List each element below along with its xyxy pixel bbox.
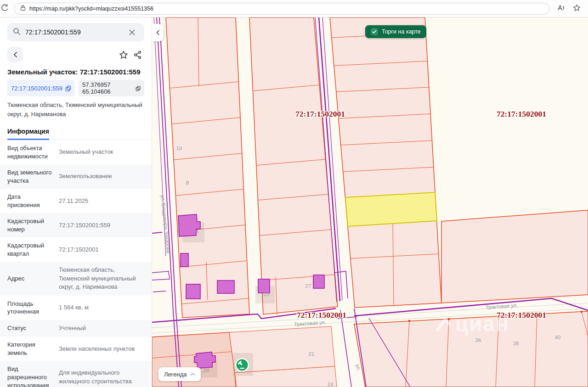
building <box>181 253 188 267</box>
cadastral-number-text: 72:17:1502001:559 <box>11 85 62 92</box>
torgi-na-karte-button[interactable]: Торги на карте <box>365 25 426 38</box>
copy-icon[interactable] <box>65 85 71 91</box>
parcel-number-label: 28 <box>204 368 209 373</box>
share-button[interactable] <box>130 48 144 62</box>
table-row: Статус Учтенный <box>0 320 152 337</box>
table-row: Адрес Тюменская область, Тюменский муниц… <box>0 262 152 295</box>
parcel-number-label: 23 <box>264 292 270 297</box>
coordinates-chip[interactable]: 57.376957 65.104606 <box>79 80 144 96</box>
refresh-icon[interactable] <box>0 4 9 14</box>
search-bar[interactable] <box>7 23 144 41</box>
cadastral-number-chip[interactable]: 72:17:1502001:559 <box>7 80 75 96</box>
legend-button[interactable]: Легенда <box>158 367 201 381</box>
search-input[interactable] <box>25 28 120 36</box>
tab-bar: Информация <box>0 124 152 140</box>
table-row: Кадастровый квартал 72:17:1502001 <box>0 237 152 262</box>
browser-toolbar: https://map.ru/pkk?ysclid=mlaquzzxoi4155… <box>0 0 588 17</box>
tab-information[interactable]: Информация <box>7 124 49 140</box>
parcel-block-right <box>441 210 588 303</box>
favorites-star-icon[interactable] <box>573 4 581 13</box>
clear-search-icon[interactable] <box>125 25 139 39</box>
url-text: https://map.ru/pkk?ysclid=mlaquzzxoi4155… <box>29 6 153 12</box>
object-title: Земельный участок: 72:17:1502001:559 <box>7 68 144 76</box>
check-icon <box>371 28 378 35</box>
building <box>313 275 324 288</box>
parcel-number-label: 19 <box>328 381 334 387</box>
map-area: 10 8 4 23 27 21 19 28 36 38 40 ул. Влади… <box>152 17 588 387</box>
street-label-side: ул. <box>355 364 362 371</box>
table-row: Вид объекта недвижимости Земельный участ… <box>0 140 152 164</box>
search-icon <box>13 28 21 37</box>
selected-parcel[interactable] <box>345 192 437 226</box>
auction-marker-icon[interactable] <box>235 358 249 372</box>
quarter-code-label: 72:17:1502001 <box>295 109 345 118</box>
favorite-star-button[interactable] <box>117 48 130 62</box>
parcel-number-label: 21 <box>309 351 315 357</box>
parcel-number-label: 38 <box>513 341 519 346</box>
building <box>217 280 234 293</box>
building <box>194 352 215 368</box>
quarter-code-label: 72:17:1502001 <box>297 310 346 320</box>
table-row: Кадастровый номер 72:17:1502001:559 <box>0 213 152 237</box>
legend-button-label: Легенда <box>164 371 187 378</box>
table-row: Категория земель Земли населенных пункто… <box>0 337 152 361</box>
parcel-number-label: 27 <box>305 283 311 289</box>
collapse-sidebar-button[interactable] <box>152 24 164 41</box>
table-row: Дата присвоения 27.11.2025 <box>0 189 152 213</box>
quarter-code-label: 72:17:1502001 <box>497 109 546 118</box>
table-row: Вид земельного участка Землепользование <box>0 164 152 189</box>
info-sidebar: Земельный участок: 72:17:1502001:559 72:… <box>0 17 152 387</box>
read-aloud-icon[interactable] <box>557 4 565 13</box>
parcel-number-label: 36 <box>475 337 481 343</box>
torgi-button-label: Торги на карте <box>382 28 421 35</box>
parcel-number-label: 10 <box>176 146 182 151</box>
back-button[interactable] <box>7 47 23 62</box>
table-row: Вид разрешенного использования Для индив… <box>0 361 152 387</box>
lock-icon <box>20 5 26 13</box>
parcel-number-label: 40 <box>555 335 561 340</box>
cadastral-map[interactable]: 10 8 4 23 27 21 19 28 36 38 40 ул. Влади… <box>152 17 588 387</box>
object-address: Тюменская область, Тюменский муниципальн… <box>7 101 144 118</box>
table-row: Площадь уточненная 1 564 кв. м <box>0 296 152 320</box>
quarter-code-label: 72:17:1502001 <box>497 310 546 320</box>
building <box>258 279 270 293</box>
chevron-up-icon <box>190 373 195 376</box>
parcel-number-label: 8 <box>186 180 189 185</box>
info-table: Вид объекта недвижимости Земельный участ… <box>0 140 152 387</box>
parcel-number-label: 4 <box>196 229 199 234</box>
building <box>186 284 200 299</box>
coordinates-text: 57.376957 65.104606 <box>82 81 133 95</box>
copy-icon[interactable] <box>136 85 141 91</box>
address-bar[interactable]: https://map.ru/pkk?ysclid=mlaquzzxoi4155… <box>14 3 549 15</box>
